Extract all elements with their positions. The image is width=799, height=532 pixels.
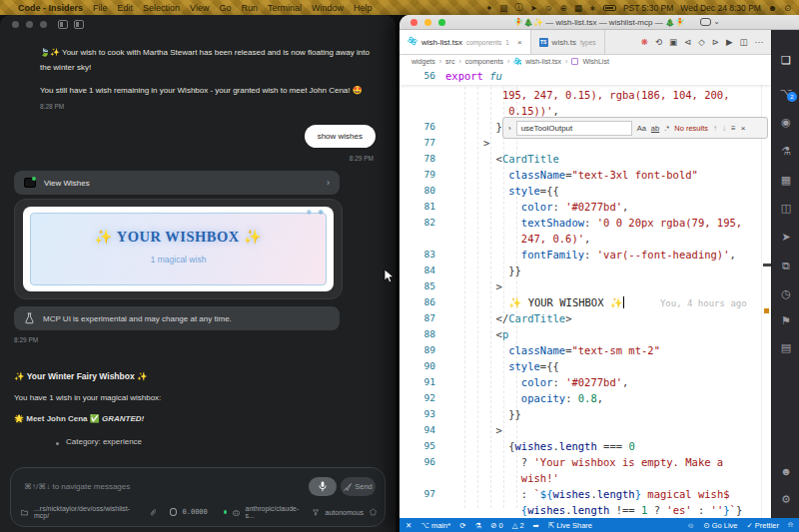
menu-status-icon[interactable]: ☺	[544, 3, 553, 13]
warnings-count[interactable]: △2	[512, 521, 524, 530]
window-minimize-button[interactable]	[26, 21, 33, 28]
window-zoom-button[interactable]	[40, 21, 47, 28]
code-line: className="text-3xl font-bold"	[445, 167, 698, 183]
prettier[interactable]: ✓Prettier	[747, 520, 779, 530]
errors-count[interactable]: ⊘0	[490, 521, 502, 530]
test-flask-icon[interactable]: ⚗	[772, 145, 799, 158]
code-row: 96 ? 'Your wishbox is empty. Make a	[400, 454, 771, 470]
pipeline-icon[interactable]: ◷	[772, 287, 799, 300]
launch-button[interactable]: ➦	[533, 521, 539, 530]
code-row: {wishes.length !== 1 ? 'es' : ''}`}	[400, 502, 771, 518]
find-prev-icon[interactable]: ↑	[713, 124, 717, 133]
hot-flame-icon[interactable]: ❋	[641, 37, 648, 47]
menu-status-icon[interactable]: ➤	[530, 3, 537, 13]
open-changes-icon[interactable]: ▣	[669, 37, 677, 47]
breadcrumb-item[interactable]: components	[465, 58, 503, 65]
menu-item-edit[interactable]: Edit	[118, 3, 134, 13]
split-editor-icon[interactable]: ◫	[739, 37, 747, 47]
breadcrumb-item[interactable]: widgets	[411, 58, 435, 65]
toggle-panel-icon[interactable]	[74, 20, 84, 29]
code-line: ✨ YOUR WISHBOX ✨You, 4 hours ago	[445, 294, 747, 310]
menu-item-view[interactable]: View	[190, 3, 209, 13]
paperclip-icon[interactable]	[150, 507, 156, 517]
menu-item-help[interactable]: Help	[354, 3, 373, 13]
menu-item-code-insiders[interactable]: Code - Insiders	[18, 3, 83, 13]
notifications-bell[interactable]: ⍾	[788, 520, 793, 530]
tab-wish-list-tsx[interactable]: wish-list.tsxcomponents1×	[400, 30, 531, 54]
match-case-toggle[interactable]: Aa	[637, 124, 646, 133]
wishbox-card[interactable]: ❄ ❅ ✨ YOUR WISHBOX ✨ 1 magical wish	[23, 207, 334, 291]
mic-button[interactable]	[309, 477, 337, 496]
nav-back-icon[interactable]: ⊲	[684, 37, 691, 47]
message-composer[interactable]: ⌘↑/⌘↓ to navigate messages Send ...rs/ni…	[10, 467, 386, 527]
chat-bubble-icon[interactable]	[700, 18, 711, 26]
mode-selector[interactable]: autonomous	[326, 509, 365, 516]
system-clock[interactable]: Wed Dec 24 8:30 PM	[680, 3, 761, 13]
chat-file-icon[interactable]: ❏	[772, 54, 799, 67]
regex-toggle[interactable]: .*	[664, 124, 669, 133]
menu-status-icon[interactable]: ⓘ	[514, 2, 523, 14]
find-input[interactable]: useToolOutput	[516, 121, 632, 136]
menu-status-icon[interactable]: ☻	[768, 3, 777, 13]
menu-item-file[interactable]: File	[93, 3, 108, 13]
bookmark-icon[interactable]: ⚑	[772, 314, 799, 327]
menu-status-icon[interactable]: ▦	[574, 3, 582, 13]
tab-wish-ts[interactable]: TSwish.tstypes	[531, 30, 605, 54]
pentagon-icon[interactable]	[370, 507, 377, 517]
timezone-clock[interactable]: PST 5:30 PM	[623, 3, 673, 13]
menu-item-terminal[interactable]: Terminal	[268, 3, 302, 13]
find-close-icon[interactable]: ×	[741, 124, 746, 133]
menu-status-icon[interactable]: ⊕	[560, 3, 567, 13]
whole-word-toggle[interactable]: ab	[651, 124, 659, 133]
tab-close-icon[interactable]: ×	[517, 38, 522, 47]
settings-gear-icon[interactable]: ⚙	[772, 493, 799, 506]
breadcrumb-item[interactable]: wish-list.tsx	[525, 58, 561, 65]
timeline-icon[interactable]: ⟲	[655, 37, 662, 47]
code-editor[interactable]: 56export fu 195, 247, 0.15), rgba(186, 1…	[400, 68, 771, 518]
sync-button[interactable]: ⟳	[459, 521, 465, 530]
breadcrumb-item[interactable]: src	[445, 58, 454, 65]
pointer-settings-icon[interactable]: ➤	[772, 231, 799, 244]
more-actions-icon[interactable]: ⋯	[755, 37, 764, 47]
menu-status-icon[interactable]: ✦	[485, 3, 492, 13]
find-in-selection-icon[interactable]: ≡	[731, 124, 736, 133]
go-live[interactable]: ⊙Go Live	[703, 520, 737, 530]
breadcrumb-separator: ›	[565, 58, 567, 65]
lab-button[interactable]: ⚗	[474, 521, 481, 530]
account-icon[interactable]: ☻	[772, 465, 799, 477]
nav-diamond-icon[interactable]: ◇	[698, 37, 705, 47]
remote-indicator[interactable]: ✕	[405, 521, 411, 530]
mcp-notice-text: MCP UI is experimental and may change at…	[43, 314, 232, 323]
composer-placeholder[interactable]: ⌘↑/⌘↓ to navigate messages	[24, 482, 130, 491]
menu-item-go[interactable]: Go	[219, 3, 231, 13]
send-button[interactable]: Send	[341, 477, 376, 496]
robot-icon[interactable]: ▤	[772, 341, 799, 354]
breadcrumb[interactable]: widgets›src›components›wish-list.tsx›Wis…	[400, 55, 771, 68]
git-branch[interactable]: ⌥main*	[420, 521, 450, 530]
github-icon[interactable]: ◉	[772, 116, 799, 129]
menu-item-selection[interactable]: Selection	[143, 3, 180, 13]
find-expand-icon[interactable]: ›	[508, 124, 511, 133]
find-match-mark	[764, 308, 769, 313]
remote-screen-icon[interactable]: ▦	[772, 174, 799, 187]
menu-item-run[interactable]: Run	[241, 3, 258, 13]
nav-forward-icon[interactable]: ⊳	[712, 37, 719, 47]
feedback-smiley[interactable]: ☺	[687, 520, 695, 530]
extensions-cube-icon[interactable]: ◫	[772, 202, 799, 215]
breadcrumb-item[interactable]: WishList	[582, 58, 608, 65]
layers-icon[interactable]: ⧉	[772, 260, 799, 272]
menu-status-icon[interactable]: ∗	[589, 3, 596, 13]
live-share[interactable]: ⇱Live Share	[548, 521, 592, 530]
menu-status-icon[interactable]: ⊙	[784, 3, 791, 13]
toggle-sidebar-icon[interactable]	[58, 20, 68, 29]
menu-status-icon[interactable]: ▨	[499, 3, 507, 13]
window-close-button[interactable]	[12, 21, 19, 28]
run-file-icon[interactable]: ▶	[726, 37, 733, 47]
find-next-icon[interactable]: ↓	[722, 124, 726, 133]
workspace-path[interactable]: ...rs/nicktaylor/dev/oss/wishlist-mcp/	[34, 505, 130, 519]
menu-item-window[interactable]: Window	[312, 3, 344, 13]
view-wishes-tool-row[interactable]: View Wishes ›	[14, 171, 340, 195]
code-line: 195, 247, 0.15), rgba(186, 104, 200,	[445, 87, 729, 103]
errors-count-label: 0	[498, 521, 502, 530]
model-selector[interactable]: anthropic/claude-s...	[246, 505, 300, 519]
